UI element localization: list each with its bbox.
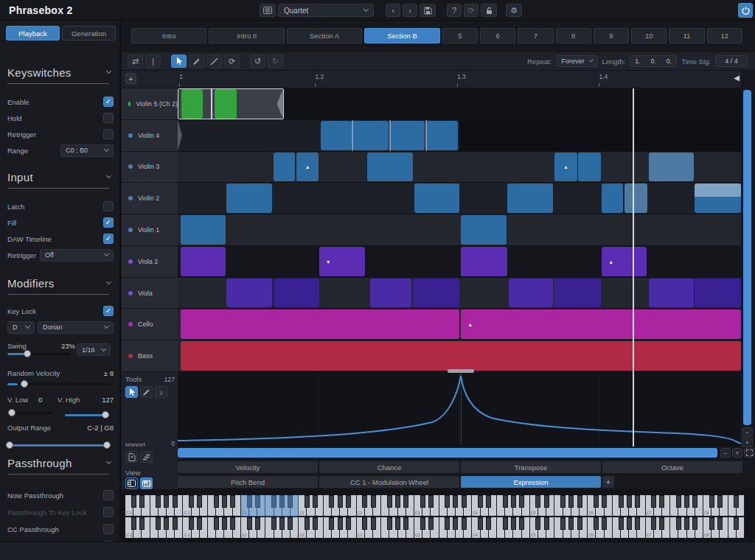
v-low-slider-thumb[interactable] [8,409,15,416]
track-header-violin1[interactable]: Violin 1 [122,214,178,246]
section-tab-section-a[interactable]: Section A [287,28,362,43]
timeline-ruler[interactable]: ◀ 11.21.31.4 [178,71,741,88]
phrase-note[interactable] [352,121,389,150]
phrase-note[interactable] [274,279,319,308]
black-key[interactable] [288,495,293,508]
track-lane-violin1[interactable] [178,214,741,246]
marker-button[interactable]: ❘ [145,55,161,68]
input-retrigger-select[interactable]: Off [40,249,114,262]
black-key[interactable] [271,495,276,508]
black-key[interactable] [676,517,681,530]
black-key[interactable] [544,495,549,508]
zoom-in-h-button[interactable]: + [732,448,742,458]
help-button[interactable]: ? [447,4,462,17]
black-key[interactable] [676,495,681,508]
phrase-note[interactable] [181,309,459,339]
phrase-note[interactable] [695,183,741,213]
black-key[interactable] [659,517,664,530]
black-key[interactable] [462,517,467,530]
phrase-note[interactable] [367,153,413,182]
phrase-note[interactable]: ▼ [319,247,366,276]
black-key[interactable] [692,517,697,530]
black-key[interactable] [139,517,145,530]
black-key[interactable] [519,517,524,530]
import-midi-button[interactable] [140,451,153,463]
phrase-note[interactable]: ▲ [296,153,319,182]
black-key[interactable] [692,495,697,508]
black-key[interactable] [279,517,285,530]
prev-preset-button[interactable]: ‹ [386,4,400,17]
preset-list-button[interactable] [260,4,276,17]
phrase-note[interactable] [649,153,694,182]
black-key[interactable] [535,517,540,530]
track-header-violin3[interactable]: Violin 3 [122,152,178,183]
zoom-in-v-button[interactable]: + [742,438,753,447]
next-preset-button[interactable]: › [403,4,417,17]
black-key[interactable] [329,495,334,508]
refresh-button[interactable]: ⟳ [224,55,240,68]
black-key[interactable] [139,495,145,508]
black-key[interactable] [445,517,450,530]
timesig-field[interactable]: 4 / 4 [715,55,748,67]
section-tab-5[interactable]: 5 [442,28,478,43]
black-key[interactable] [222,517,227,530]
black-key[interactable] [734,517,739,530]
black-key[interactable] [346,495,351,508]
track-header-viola2[interactable]: Viola 2 [122,246,178,278]
add-cc-lane-button[interactable]: + [602,476,614,488]
black-key[interactable] [329,517,334,530]
black-key[interactable] [717,495,723,508]
phrase-note[interactable] [181,215,226,245]
section-tab-10[interactable]: 10 [631,28,667,43]
section-tab-8[interactable]: 8 [556,28,591,43]
black-key[interactable] [635,495,640,508]
black-key[interactable] [577,517,582,530]
preset-select[interactable]: Quartet [278,4,374,17]
black-key[interactable] [428,517,434,530]
black-key[interactable] [709,517,714,530]
black-key[interactable] [305,517,310,530]
expand-view-button[interactable] [744,448,754,458]
black-key[interactable] [619,517,624,530]
black-key[interactable] [594,495,599,508]
daw-timeline-checkbox[interactable]: ✓ [103,234,114,244]
black-key[interactable] [371,517,376,530]
phrase-note[interactable] [215,89,237,119]
keyswitch-keyboard[interactable]: C-2C-1C0C1C2C3C4C5C6C7C8 [125,495,745,517]
black-key[interactable] [627,495,632,508]
phrase-fade-handle[interactable] [277,89,283,119]
black-key[interactable] [420,495,425,508]
swing-rate-select[interactable]: 1/16 [77,343,111,356]
black-key[interactable] [222,495,227,508]
black-key[interactable] [651,517,656,530]
black-key[interactable] [717,517,723,530]
black-key[interactable] [362,495,367,508]
phrase-note[interactable] [461,247,507,276]
black-key[interactable] [568,495,574,508]
range-select[interactable]: C0 : B0 [60,144,114,157]
black-key[interactable] [288,517,293,530]
track-header-bass[interactable]: Bass [122,340,178,372]
black-key[interactable] [535,495,540,508]
horizontal-scrollbar[interactable] [178,448,717,458]
black-key[interactable] [395,517,400,530]
black-key[interactable] [478,517,483,530]
chevron-down-icon[interactable] [106,69,111,74]
black-key[interactable] [734,495,739,508]
black-key[interactable] [271,517,276,530]
phrase-note[interactable] [414,183,459,213]
track-lane-viola[interactable] [178,278,741,309]
value-tab-chance[interactable]: Chance [319,461,459,473]
pencil-tool-button[interactable] [140,386,153,398]
black-key[interactable] [635,517,640,530]
black-key[interactable] [156,517,161,530]
track-header-violin4[interactable]: Violin 4 [122,120,178,152]
cc-tab-expression[interactable]: Expression [461,476,601,488]
undo-button[interactable]: ↺ [250,55,265,68]
black-key[interactable] [189,495,194,508]
phrase-note[interactable] [602,183,623,213]
black-key[interactable] [511,495,516,508]
black-key[interactable] [577,495,582,508]
black-key[interactable] [684,495,689,508]
black-key[interactable] [486,517,491,530]
